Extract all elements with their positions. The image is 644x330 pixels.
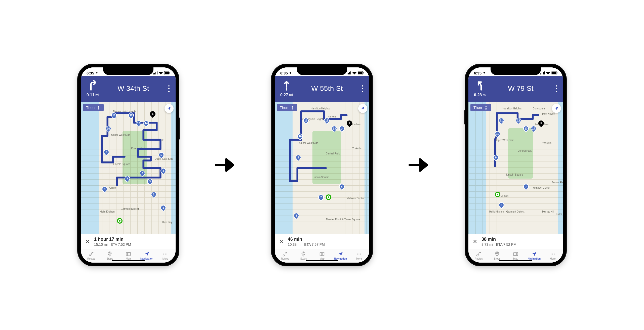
navigation-icon [338,251,343,257]
svg-point-8 [92,252,94,254]
map-place-label: Kips Bay [162,221,172,224]
map-place-label: Garment District [121,208,139,210]
svg-rect-12 [347,73,347,74]
svg-rect-27 [544,71,545,74]
bottom-nav-routes[interactable]: Routes [277,251,293,260]
wifi-icon [352,71,356,75]
nav-menu-button[interactable] [552,85,560,92]
turn-instruction[interactable]: 0.27 mi [278,80,295,97]
svg-point-9 [163,254,164,255]
eta-detail: 15.10 mi ETA 7:52 PM [94,242,131,246]
nav-menu-button[interactable] [165,85,173,92]
bottom-nav-navigation[interactable]: Navigation [527,251,542,260]
more-icon [550,251,555,257]
routes-icon [282,251,288,257]
bottom-nav-label: Routes [87,257,95,260]
battery-icon [358,71,364,75]
current-location-marker [117,218,123,224]
recenter-button[interactable] [165,104,174,113]
bottom-nav-map[interactable]: Map [508,251,523,260]
status-time: 6:35 [280,71,288,75]
turn-distance: 0.27 mi [280,93,293,97]
navigation-header: 0.11 mi W 34th St [81,76,176,102]
then-label: Then [86,105,95,110]
svg-rect-14 [349,72,350,74]
svg-rect-18 [363,72,364,73]
merge-icon [484,106,488,110]
eta-bar: ✕ 46 min 10.38 mi ETA 7:57 PM [275,234,369,249]
recenter-button[interactable] [552,104,561,113]
eta-bar: ✕ 38 min 8.73 mi ETA 7:52 PM [468,234,563,249]
bottom-nav-label: More [163,257,168,260]
turn-right-icon [87,80,98,92]
recenter-button[interactable] [358,104,367,113]
signal-icon [153,71,157,75]
bottom-nav-stops[interactable]: Stops [296,251,311,260]
turn-instruction[interactable]: 0.28 mi [471,80,489,97]
map[interactable]: Hamilton HeightsMorningside HeightsHarle… [275,102,369,234]
home-indicator[interactable] [499,260,532,261]
stops-icon [494,251,500,257]
phone-frame: 6:35 0.27 mi W 55th St [272,64,372,266]
more-icon [356,251,362,257]
eta-duration: 46 min [288,237,325,242]
turn-street: W 34th St [102,85,165,93]
home-indicator[interactable] [112,260,145,261]
turn-instruction[interactable]: 0.11 mi [84,80,102,97]
close-navigation-button[interactable]: ✕ [85,238,91,245]
turn-street: W 79 St [489,85,552,93]
bottom-nav-label: More [550,257,556,260]
bottom-nav-navigation[interactable]: Navigation [139,251,154,260]
map-place-label: Garment District [506,210,524,213]
close-navigation-button[interactable]: ✕ [472,238,478,245]
svg-rect-25 [542,73,542,74]
svg-point-20 [286,252,287,254]
then-instruction-chip[interactable]: Then [470,104,491,111]
map-icon [513,251,518,257]
straight-icon [97,106,101,110]
navigation-icon [144,251,150,257]
map[interactable]: Hamilton HeightsConcourseMott HavenEast … [468,102,563,234]
then-instruction-chip[interactable]: Then [277,104,297,111]
bottom-nav-routes[interactable]: Routes [84,251,99,260]
map-place-label: Theater District- Times Square [326,218,360,221]
bottom-nav-label: More [356,257,362,260]
phone-frame: 6:35 0.28 mi W 79 St [465,64,566,266]
map-icon [319,251,325,257]
bottom-nav-more[interactable]: More [351,251,367,260]
svg-point-34 [552,254,553,255]
turn-distance: 0.28 mi [474,93,487,97]
device-notch [491,67,541,75]
svg-rect-24 [540,73,541,74]
bottom-nav-map[interactable]: Map [314,251,330,260]
navigation-icon [532,251,537,257]
location-indicator-icon [482,71,486,75]
bottom-nav-navigation[interactable]: Navigation [333,251,348,260]
current-location-marker [326,194,331,200]
map-place-label: Tudor City [555,213,563,216]
map-place-label: Hells Kitchen [100,210,114,213]
bottom-nav-more[interactable]: More [158,251,173,260]
bottom-nav-stops[interactable]: Stops [490,251,505,260]
bottom-nav-map[interactable]: Map [121,251,136,260]
nav-menu-button[interactable] [359,85,366,92]
bottom-nav-routes[interactable]: Routes [471,251,486,260]
bottom-nav-stops[interactable]: Stops [102,251,117,260]
routes-icon [89,251,94,257]
home-indicator[interactable] [306,260,338,261]
bottom-nav-label: Routes [475,257,483,260]
map-icon [126,251,131,257]
wifi-icon [159,71,163,75]
bottom-nav-more[interactable]: More [545,251,560,260]
then-label: Then [473,105,482,110]
navigation-header: 0.28 mi W 79 St [468,76,563,102]
svg-rect-5 [165,72,169,74]
close-navigation-button[interactable]: ✕ [278,238,284,245]
location-arrow-icon [167,106,171,111]
map[interactable]: Morningside HeightsUpper West SideCentra… [81,102,176,234]
map-place-label: Midtown Center [347,197,364,200]
bottom-nav-label: Routes [281,257,289,260]
svg-point-35 [554,254,555,255]
svg-point-19 [283,255,285,256]
then-instruction-chip[interactable]: Then [83,104,104,111]
